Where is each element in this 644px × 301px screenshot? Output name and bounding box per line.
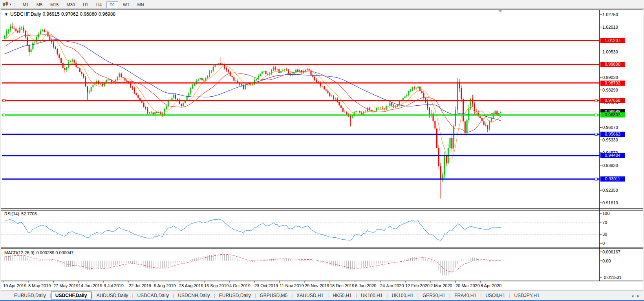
date-label: 11 Nov 2019: [280, 283, 304, 288]
macd-values: 0.000289 0.000047: [36, 250, 73, 255]
tab-HK50-H1[interactable]: HK50,H1: [329, 292, 356, 299]
macd-indicator-label: MACD(12,26,9)0.000289 0.000047: [4, 250, 75, 255]
price-tick-label: 0.96070: [602, 125, 618, 130]
timeframe-D1[interactable]: D1: [106, 1, 118, 8]
tab-USOil-H1[interactable]: USOil,H1: [481, 292, 509, 299]
date-label: 6 Jan 2020: [355, 283, 376, 288]
price-badge-0.99800: 0.99800: [600, 62, 625, 67]
macd-name: MACD(12,26,9): [4, 250, 34, 255]
timeframe-MN[interactable]: MN: [134, 1, 147, 8]
chart-tabs: EURUSD,Daily|USDCHF,Daily|AUDUSD,Daily|U…: [10, 292, 543, 299]
price-badge-0.98703: 0.98703: [600, 81, 625, 86]
price-badge-0.95663: 0.95663: [600, 132, 625, 137]
date-label: 12 Feb 2020: [405, 283, 430, 288]
date-label: 28 Aug 2019: [179, 283, 203, 288]
tab-USDCNH-Daily[interactable]: USDCNH,Daily: [174, 292, 214, 299]
chart-tab-bar: EURUSD,Daily|USDCHF,Daily|AUDUSD,Daily|U…: [0, 291, 644, 300]
chart-window: ▼USDCHF,Daily0.969150.970620.968600.9698…: [1, 9, 643, 290]
price-tick-label: 0.98290: [602, 88, 618, 92]
date-label: 9 Aug 2019: [154, 283, 176, 288]
chart-toolbar-button[interactable]: ▾: [1, 2, 13, 7]
tab-USDCAD-Daily[interactable]: USDCAD,Daily: [133, 292, 173, 299]
timeframe-M5[interactable]: M5: [33, 1, 46, 8]
date-label: 14 Jun 2019: [79, 283, 102, 288]
date-label: 24 Jan 2020: [380, 283, 404, 288]
timeframe-H1[interactable]: H1: [80, 1, 91, 8]
price-badge-0.94404: 0.94404: [600, 153, 625, 158]
price-tick-label: 0.93830: [602, 163, 618, 168]
timeframe-W1[interactable]: W1: [120, 1, 133, 8]
timeframe-M1[interactable]: M1: [20, 1, 32, 8]
symbol-period-label: USDCHF,Daily: [10, 11, 41, 17]
tab-EURUSD-Daily[interactable]: EURUSD,Daily: [10, 292, 50, 299]
chart-overlay: ▼USDCHF,Daily0.969150.970620.968600.9698…: [1, 10, 643, 290]
ohlc-high: 0.97062: [61, 11, 78, 17]
ohlc-low: 0.96860: [80, 11, 97, 17]
date-label: 22 Jul 2019: [129, 283, 151, 288]
rsi-tick-label: 70: [602, 220, 607, 225]
toolbar-grip: [15, 2, 16, 7]
ohlc-open: 0.96915: [43, 11, 60, 17]
date-label: 16 Sep 2019: [204, 283, 229, 288]
date-label: 3 Jul 2019: [104, 283, 124, 288]
tab-EURUSD-Daily[interactable]: EURUSD,Daily: [215, 292, 255, 299]
tab-UK100-H1[interactable]: UK100,H1: [388, 292, 417, 299]
tab-scroll-left-icon[interactable]: ◂: [631, 294, 633, 298]
price-tick-label: 0.92350: [602, 188, 618, 193]
price-badge-0.97658: 0.97658: [600, 98, 625, 103]
tab-USDJPY-H1[interactable]: USDJPY,H1: [510, 292, 543, 299]
rsi-tick-label: 30: [602, 232, 607, 237]
price-tick-label: 0.99030: [602, 75, 618, 80]
price-tick-label: 1.00530: [602, 50, 618, 54]
tab-XAUUSD-H1[interactable]: XAUUSD,H1: [293, 292, 327, 299]
tab-FRA40-H1[interactable]: FRA40,H1: [450, 292, 480, 299]
rsi-tick-label: 0: [602, 241, 605, 246]
timeframe-H4[interactable]: H4: [93, 1, 105, 8]
chart-title: ▼USDCHF,Daily0.969150.970620.968600.9698…: [4, 11, 117, 17]
price-badge-1.01207: 1.01207: [600, 38, 625, 43]
macd-tick-label: -0.011531: [602, 275, 622, 280]
timeframe-M15[interactable]: M15: [47, 1, 62, 8]
date-label: 20 Mar 2020: [456, 283, 480, 288]
timeframe-M30[interactable]: M30: [64, 1, 78, 8]
rsi-name: RSI(14): [4, 211, 19, 216]
price-tick-label: 0.95330: [602, 138, 618, 142]
collapse-chart-icon[interactable]: ▼: [4, 12, 8, 17]
candlestick-chart-icon: [3, 2, 9, 7]
date-label: 23 Oct 2019: [254, 283, 278, 288]
price-tick-label: 1.02750: [602, 12, 618, 17]
rsi-tick-label: 100: [602, 211, 609, 216]
timeframe-buttons: M1M5M15M30H1H4D1W1MN: [19, 1, 148, 8]
ohlc-close: 0.96988: [99, 11, 115, 17]
tab-UK100-H1[interactable]: UK100,H1: [357, 292, 386, 299]
rsi-value: 52.7708: [21, 211, 37, 216]
tab-USDCHF-Daily[interactable]: USDCHF,Daily: [51, 292, 91, 299]
date-label: 27 May 2019: [53, 283, 79, 288]
price-badge-0.93011: 0.93011: [600, 176, 625, 182]
tab-GER30-H1[interactable]: GER30,H1: [419, 292, 449, 299]
rsi-indicator-label: RSI(14)52.7708: [4, 211, 39, 216]
tab-GBPUSD-M5[interactable]: GBPUSD,M5: [256, 292, 292, 299]
date-label: 4 Oct 2019: [229, 283, 251, 288]
price-tick-label: 1.02010: [602, 25, 618, 29]
tab-scroll-right-icon[interactable]: ▸: [637, 294, 639, 298]
macd-tick-label: 0.00: [602, 259, 611, 263]
price-badge-0.96803: 0.96803: [600, 112, 625, 117]
date-label: 8 May 2019: [28, 283, 51, 288]
price-tick-label: 0.91610: [602, 200, 618, 205]
macd-tick-label: 0.006167: [602, 250, 620, 254]
date-label: 19 Apr 2019: [3, 283, 26, 288]
date-label: 29 Nov 2019: [305, 283, 329, 288]
chevron-down-icon: ▾: [9, 2, 11, 6]
timeframe-toolbar: ▾ M1M5M15M30H1H4D1W1MN: [0, 0, 644, 9]
tab-AUDUSD-Daily[interactable]: AUDUSD,Daily: [93, 292, 132, 299]
date-label: 8 Apr 2020: [481, 283, 501, 288]
tab-scroll-nav: ◂ ▸: [631, 294, 644, 298]
date-label: 18 Dec 2019: [330, 283, 354, 288]
date-label: 2 Mar 2020: [430, 283, 452, 288]
